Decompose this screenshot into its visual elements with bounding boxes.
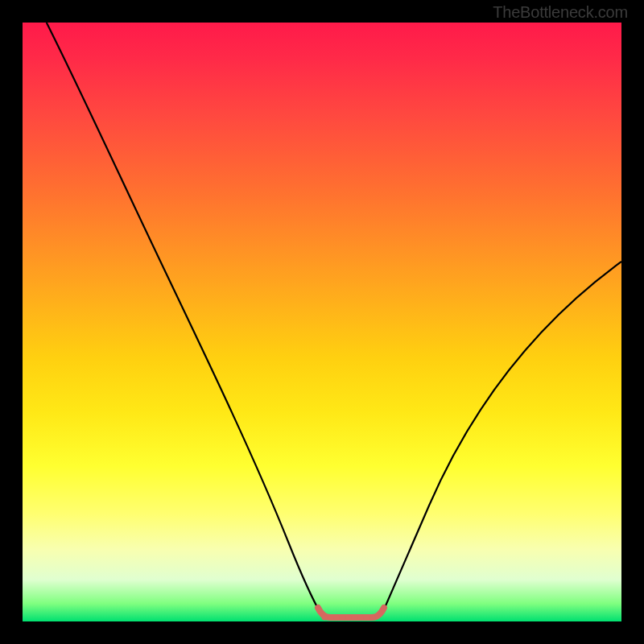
bracket-dot-icon (346, 615, 352, 621)
watermark-text: TheBottleneck.com (493, 3, 628, 22)
right-curve (382, 262, 621, 615)
bracket-dot-icon (358, 615, 364, 621)
chart-frame: TheBottleneck.com (0, 0, 644, 644)
bracket-dot-icon (370, 615, 376, 621)
bracket-dot-icon (334, 615, 340, 621)
plot-area (23, 23, 621, 621)
bracket-dot-icon (322, 615, 328, 621)
curve-layer (23, 23, 621, 621)
left-curve (47, 23, 322, 616)
